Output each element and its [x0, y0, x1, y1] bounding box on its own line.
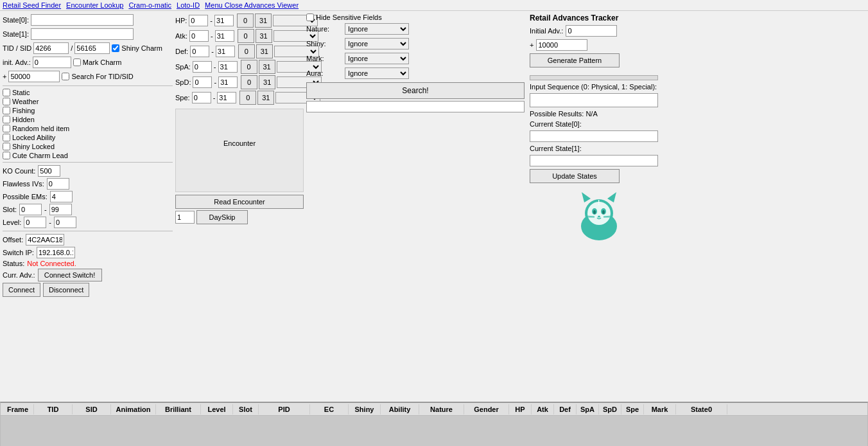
search-tid-sid-checkbox[interactable]	[62, 73, 69, 80]
state0-input[interactable]	[31, 14, 134, 26]
def-btn0[interactable]: 0	[238, 44, 255, 58]
sid-input[interactable]	[74, 42, 110, 54]
current-state0-input[interactable]	[530, 130, 658, 142]
search-button[interactable]: Search!	[306, 82, 525, 99]
atk-btn0[interactable]: 0	[238, 29, 254, 43]
spa-min-input[interactable]	[193, 61, 212, 73]
spe-btn31[interactable]: 31	[257, 91, 274, 105]
menu-close-advances[interactable]: Menu Close Advances Viewer	[205, 1, 299, 9]
dayskip-area: DaySkip	[175, 210, 304, 224]
th-ec: EC	[310, 404, 349, 415]
input-seq-input[interactable]	[530, 93, 658, 107]
nature-label: Nature:	[306, 25, 342, 33]
read-encounter-button[interactable]: Read Encounter	[175, 195, 304, 209]
top-menu: Retail Seed Finder Encounter Lookup Cram…	[0, 0, 868, 11]
tid-input[interactable]	[33, 42, 69, 54]
ko-count-row: KO Count:	[3, 165, 173, 177]
spd-max-input[interactable]	[218, 76, 238, 88]
level-label: Level:	[3, 219, 21, 226]
slot-max-input[interactable]	[49, 204, 72, 215]
possible-ems-input[interactable]	[50, 191, 73, 202]
def-btn31[interactable]: 31	[256, 44, 273, 58]
spe-max-input[interactable]	[217, 92, 236, 103]
init-adv-input[interactable]	[33, 57, 71, 68]
shiny-charm-checkbox[interactable]	[112, 44, 119, 52]
locked-ability-row: Locked Ability	[3, 134, 173, 141]
th-spd: SpD	[599, 404, 621, 415]
random-held-checkbox[interactable]	[3, 125, 10, 132]
plus-input[interactable]	[8, 71, 60, 82]
spe-btn0[interactable]: 0	[239, 91, 256, 105]
tracker-initial-adv-input[interactable]	[566, 25, 617, 37]
connect-button[interactable]: Connect	[3, 283, 40, 297]
mark-select[interactable]: Ignore	[345, 53, 409, 64]
nature-select[interactable]: Ignore	[345, 23, 409, 35]
slot-min-input[interactable]	[19, 204, 42, 215]
spa-btn31[interactable]: 31	[259, 60, 275, 74]
atk-btn31[interactable]: 31	[256, 29, 272, 43]
shiny-select[interactable]: Ignore	[345, 38, 409, 49]
hide-sensitive-checkbox[interactable]	[306, 13, 314, 21]
tracker-plus-input[interactable]	[536, 39, 587, 51]
plus-row: + Search For TID/SID	[3, 70, 173, 83]
aura-select[interactable]: Ignore	[345, 67, 409, 79]
th-mark: Mark	[644, 404, 676, 415]
weather-checkbox[interactable]	[3, 98, 10, 105]
menu-cram-o-matic[interactable]: Cram-o-matic	[128, 1, 171, 9]
hp-btn31[interactable]: 31	[255, 13, 272, 28]
current-state1-input[interactable]	[530, 155, 658, 166]
ko-count-label: KO Count:	[3, 167, 35, 175]
def-iv-row: Def: - 0 31	[175, 44, 304, 58]
svg-marker-3	[607, 192, 616, 202]
static-checkbox[interactable]	[3, 89, 10, 96]
generate-pattern-button[interactable]: Generate Pattern	[530, 53, 620, 67]
spd-sep: -	[214, 78, 216, 86]
spa-max-input[interactable]	[218, 61, 238, 73]
svg-text:!: !	[598, 199, 600, 206]
menu-retail-seed[interactable]: Retail Seed Finder	[3, 1, 61, 9]
spa-btn0[interactable]: 0	[241, 60, 257, 74]
shiny-locked-checkbox[interactable]	[3, 143, 10, 150]
state1-row: State[1]:	[3, 28, 173, 40]
spa-iv-row: SpA: - 0 31	[175, 60, 304, 74]
search-bar-input[interactable]	[306, 101, 525, 112]
switch-ip-input[interactable]	[37, 247, 75, 258]
atk-max-input[interactable]	[215, 30, 234, 42]
spd-btn31[interactable]: 31	[259, 75, 275, 89]
def-max-input[interactable]	[216, 46, 235, 57]
hp-btn0[interactable]: 0	[237, 13, 254, 28]
hidden-checkbox[interactable]	[3, 116, 10, 123]
def-min-input[interactable]	[190, 46, 209, 57]
random-held-row: Random held item	[3, 125, 173, 132]
switch-ip-label: Switch IP:	[3, 249, 34, 256]
cute-charm-checkbox[interactable]	[3, 152, 10, 159]
locked-ability-label: Locked Ability	[12, 134, 55, 141]
hp-min-input[interactable]	[189, 15, 208, 26]
middle-panel: HP: - 0 31 Atk: - 0 31 Def: -	[175, 13, 304, 399]
locked-ability-checkbox[interactable]	[3, 134, 10, 141]
update-states-button[interactable]: Update States	[530, 169, 620, 183]
menu-encounter-lookup[interactable]: Encounter Lookup	[66, 1, 123, 9]
mark-charm-checkbox[interactable]	[73, 58, 81, 66]
state1-input[interactable]	[31, 28, 134, 40]
menu-loto-id[interactable]: Loto-ID	[177, 1, 200, 9]
level-max-input[interactable]	[54, 217, 76, 228]
atk-min-input[interactable]	[189, 30, 209, 42]
tracker-plus-row: +	[530, 39, 668, 51]
ko-count-input[interactable]	[38, 165, 60, 177]
table-header: FrameTIDSIDAnimationBrilliantLevelSlotPI…	[0, 402, 868, 416]
dayskip-count-input[interactable]	[175, 211, 195, 224]
def-label: Def:	[175, 48, 188, 55]
connect-switch-button[interactable]: Connect Switch!	[38, 269, 102, 281]
spd-btn0[interactable]: 0	[241, 75, 257, 89]
hp-max-input[interactable]	[214, 15, 234, 26]
spd-min-input[interactable]	[193, 76, 212, 88]
disconnect-button[interactable]: Disconnect	[43, 283, 89, 297]
flawless-ivs-input[interactable]	[47, 178, 69, 190]
dayskip-button[interactable]: DaySkip	[196, 210, 248, 224]
th-spe: Spe	[621, 404, 644, 415]
spe-min-input[interactable]	[192, 92, 211, 103]
offset-input[interactable]	[26, 234, 64, 245]
fishing-checkbox[interactable]	[3, 107, 10, 114]
level-min-input[interactable]	[24, 217, 46, 228]
